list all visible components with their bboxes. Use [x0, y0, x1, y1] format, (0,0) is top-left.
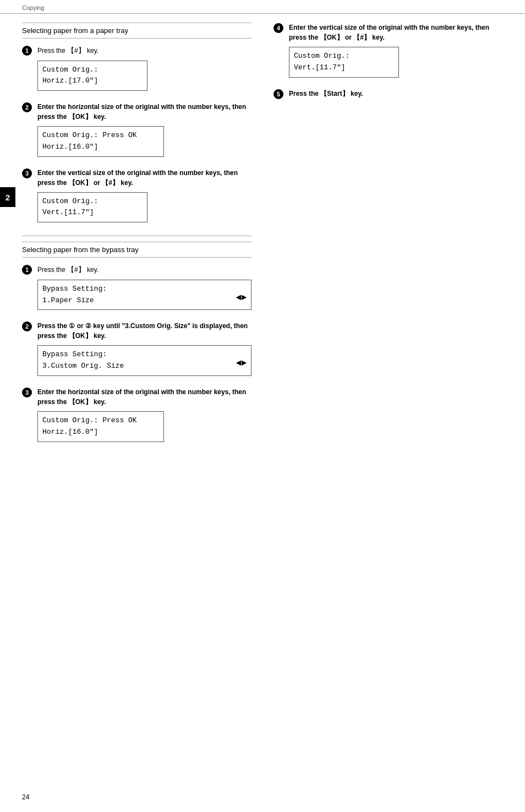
section-paper-tray-title: Selecting paper from a paper tray	[22, 23, 251, 39]
paper-tray-step-3-number: 3	[22, 168, 34, 178]
bypass-step-1-content: Press the 【#】 key. Bypass Setting:1.Pape…	[37, 264, 251, 315]
side-tab: 2	[0, 187, 15, 207]
bypass-step-2-text: Press the ① or ② key until "3.Custom Ori…	[37, 321, 251, 341]
page-number: 24	[22, 793, 29, 801]
right-step-5: 5 Press the 【Start】 key.	[274, 89, 503, 103]
paper-tray-step-1-content: Press the 【#】 key. Custom Orig.:Horiz.[1…	[37, 45, 251, 96]
right-column: 4 Enter the vertical size of the origina…	[268, 23, 503, 812]
paper-tray-step-2-text: Enter the horizontal size of the origina…	[37, 102, 251, 122]
bypass-step-3-number: 3	[22, 387, 34, 397]
bypass-step-1-text: Press the 【#】 key.	[37, 264, 251, 275]
bypass-step-3-content: Enter the horizontal size of the origina…	[37, 387, 251, 448]
right-step-4-lcd: Custom Orig.:Vert.[11.7"]	[289, 47, 399, 78]
right-step-5-number: 5	[274, 89, 286, 99]
bypass-step-1-lcd: Bypass Setting:1.Paper Size ◄►	[37, 280, 251, 310]
bypass-step-2-lcd: Bypass Setting:3.Custom Orig. Size ◄►	[37, 345, 251, 376]
paper-tray-step-2-number: 2	[22, 102, 34, 112]
bypass-step-2-content: Press the ① or ② key until "3.Custom Ori…	[37, 321, 251, 382]
paper-tray-step-3-lcd: Custom Orig.:Vert.[11.7"]	[37, 192, 147, 223]
paper-tray-step-1-text: Press the 【#】 key.	[37, 45, 251, 56]
right-step-4-text: Enter the vertical size of the original …	[289, 23, 503, 42]
left-column: Selecting paper from a paper tray 1 Pres…	[22, 23, 268, 812]
section-paper-tray: Selecting paper from a paper tray 1 Pres…	[22, 23, 251, 228]
paper-tray-step-2-content: Enter the horizontal size of the origina…	[37, 102, 251, 162]
right-step-5-content: Press the 【Start】 key.	[289, 89, 503, 103]
section-bypass-tray-title: Selecting paper from the bypass tray	[22, 242, 251, 258]
left-right-arrow-icon: ◄►	[236, 291, 247, 306]
top-label: Copying	[22, 4, 44, 11]
bypass-step-1: 1 Press the 【#】 key. Bypass Setting:1.Pa…	[22, 264, 251, 315]
left-right-arrow-icon-2: ◄►	[236, 357, 247, 371]
right-step-5-text: Press the 【Start】 key.	[289, 89, 503, 99]
section-bypass-tray: Selecting paper from the bypass tray 1 P…	[22, 242, 251, 447]
bypass-step-2: 2 Press the ① or ② key until "3.Custom O…	[22, 321, 251, 382]
paper-tray-step-1-lcd: Custom Orig.:Horiz.[17.0"]	[37, 61, 147, 91]
section-separator	[22, 236, 251, 236]
right-step-4-content: Enter the vertical size of the original …	[289, 23, 503, 83]
paper-tray-step-3-text: Enter the vertical size of the original …	[37, 168, 251, 188]
bypass-step-2-number: 2	[22, 321, 34, 331]
paper-tray-step-2: 2 Enter the horizontal size of the origi…	[22, 102, 251, 162]
bypass-step-3: 3 Enter the horizontal size of the origi…	[22, 387, 251, 448]
paper-tray-step-3: 3 Enter the vertical size of the origina…	[22, 168, 251, 228]
right-step-4-number: 4	[274, 23, 286, 33]
top-bar: Copying	[0, 0, 525, 14]
paper-tray-step-1-number: 1	[22, 45, 34, 56]
main-content: Selecting paper from a paper tray 1 Pres…	[0, 14, 525, 812]
right-step-4: 4 Enter the vertical size of the origina…	[274, 23, 503, 83]
paper-tray-step-2-lcd: Custom Orig.: Press OKHoriz.[16.0"]	[37, 126, 164, 157]
bypass-step-3-text: Enter the horizontal size of the origina…	[37, 387, 251, 407]
bypass-step-3-lcd: Custom Orig.: Press OKHoriz.[16.0"]	[37, 411, 164, 442]
paper-tray-step-3-content: Enter the vertical size of the original …	[37, 168, 251, 228]
paper-tray-step-1: 1 Press the 【#】 key. Custom Orig.:Horiz.…	[22, 45, 251, 96]
bypass-step-1-number: 1	[22, 264, 34, 275]
page-container: Copying 2 Selecting paper from a paper t…	[0, 0, 525, 812]
